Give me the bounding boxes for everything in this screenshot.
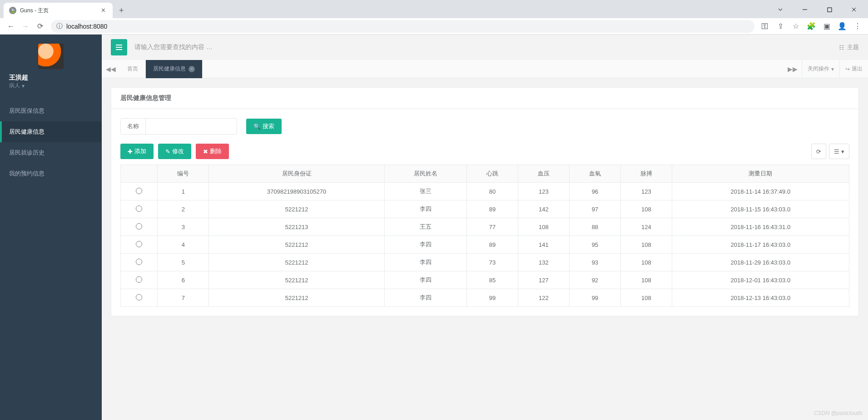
forward-button[interactable]: → bbox=[18, 19, 33, 34]
name-input[interactable] bbox=[146, 120, 237, 134]
tab-close-icon[interactable]: ✕ bbox=[188, 66, 195, 72]
cell-id: 7 bbox=[158, 289, 209, 307]
window-minimize-button[interactable] bbox=[794, 3, 815, 16]
refresh-table-button[interactable]: ⟳ bbox=[811, 144, 826, 159]
cell-name: 李四 bbox=[384, 254, 466, 271]
cell-pulse: 124 bbox=[620, 218, 672, 236]
add-button[interactable]: ✚ 添加 bbox=[120, 144, 154, 159]
reload-button[interactable]: ⟳ bbox=[33, 19, 47, 34]
sidebar-item-0[interactable]: 居民医保信息 bbox=[0, 100, 102, 121]
cell-date: 2018-12-01 16:43:03.0 bbox=[672, 271, 849, 289]
table-row[interactable]: 25221212李四89142971082018-11-15 16:43:03.… bbox=[121, 200, 849, 218]
cell-id: 6 bbox=[158, 271, 209, 289]
row-select-radio[interactable] bbox=[136, 259, 142, 265]
data-table: 编号居民身份证居民姓名心跳血压血氧脉搏测量日期 1370982198903105… bbox=[120, 165, 849, 307]
table-row[interactable]: 35221213王五77108881242018-11-16 16:43:31.… bbox=[121, 218, 849, 236]
global-search-input[interactable]: 请输入您需要查找的内容 … bbox=[134, 43, 832, 51]
tab-scroll-right-icon[interactable]: ▶▶ bbox=[784, 65, 802, 73]
cell-spo2: 97 bbox=[569, 200, 620, 218]
search-button[interactable]: 🔍 搜索 bbox=[246, 119, 282, 134]
cell-date: 2018-11-15 16:43:03.0 bbox=[672, 200, 849, 218]
table-header-7[interactable]: 测量日期 bbox=[672, 165, 849, 183]
edit-button[interactable]: ✎ 修改 bbox=[158, 144, 191, 159]
row-select-radio[interactable] bbox=[136, 294, 142, 300]
window-maximize-button[interactable] bbox=[819, 3, 840, 16]
edit-icon: ✎ bbox=[165, 148, 170, 155]
panel-title: 居民健康信息管理 bbox=[111, 88, 858, 109]
row-select-radio[interactable] bbox=[136, 223, 142, 230]
columns-dropdown-button[interactable]: ☰ ▾ bbox=[829, 144, 849, 159]
share-icon[interactable]: ⇪ bbox=[774, 19, 787, 34]
sidebar-item-2[interactable]: 居民就诊历史 bbox=[0, 142, 102, 163]
row-select-radio[interactable] bbox=[136, 205, 142, 212]
window-close-button[interactable] bbox=[843, 3, 864, 16]
tab-scroll-left-icon[interactable]: ◀◀ bbox=[102, 65, 120, 73]
browser-tab[interactable]: 🍃 Guns - 主页 × bbox=[4, 3, 113, 18]
search-button-label: 搜索 bbox=[263, 122, 274, 130]
cell-heart: 89 bbox=[467, 200, 518, 218]
cell-heart: 85 bbox=[467, 271, 518, 289]
theme-button[interactable]: ☷ 主题 bbox=[839, 43, 859, 51]
cell-date: 2018-12-13 16:43:03.0 bbox=[672, 289, 849, 307]
role-dropdown[interactable]: 病人 ▾ bbox=[9, 82, 93, 90]
delete-button[interactable]: ✖ 删除 bbox=[196, 144, 229, 159]
sidebar-item-3[interactable]: 我的预约信息 bbox=[0, 163, 102, 184]
tab-health-info[interactable]: 居民健康信息 ✕ bbox=[146, 60, 203, 78]
cell-heart: 77 bbox=[467, 218, 518, 236]
cell-id: 5 bbox=[158, 254, 209, 271]
profile-icon[interactable]: 👤 bbox=[835, 19, 849, 34]
chevron-down-icon: ▾ bbox=[831, 66, 834, 72]
row-select-radio[interactable] bbox=[136, 276, 142, 283]
cell-pulse: 108 bbox=[620, 254, 672, 271]
table-header-2[interactable]: 居民姓名 bbox=[384, 165, 466, 183]
tab-home[interactable]: 首页 bbox=[120, 60, 146, 78]
table-row[interactable]: 55221212李四73132931082018-11-29 16:43:03.… bbox=[121, 254, 849, 271]
table-header-0[interactable]: 编号 bbox=[158, 165, 209, 183]
table-header-1[interactable]: 居民身份证 bbox=[209, 165, 384, 183]
close-operations-dropdown[interactable]: 关闭操作 ▾ bbox=[802, 60, 839, 78]
table-header-6[interactable]: 脉搏 bbox=[620, 165, 672, 183]
cell-id: 1 bbox=[158, 183, 209, 200]
table-header-4[interactable]: 血压 bbox=[518, 165, 569, 183]
cell-spo2: 92 bbox=[569, 271, 620, 289]
table-header-3[interactable]: 心跳 bbox=[467, 165, 518, 183]
cell-pulse: 123 bbox=[620, 183, 672, 200]
table-row[interactable]: 45221212李四89141951082018-11-17 16:43:03.… bbox=[121, 236, 849, 254]
table-header-row: 编号居民身份证居民姓名心跳血压血氧脉搏测量日期 bbox=[121, 165, 849, 183]
site-info-icon[interactable]: ⓘ bbox=[56, 22, 63, 30]
cell-name: 李四 bbox=[384, 271, 466, 289]
tab-title: Guns - 主页 bbox=[20, 7, 49, 15]
cell-date: 2018-11-17 16:43:03.0 bbox=[672, 236, 849, 254]
toggle-sidebar-button[interactable] bbox=[111, 39, 127, 55]
cell-name: 张三 bbox=[384, 183, 466, 200]
cell-bp: 132 bbox=[518, 254, 569, 271]
cell-bp: 142 bbox=[518, 200, 569, 218]
password-icon[interactable]: ⚿ bbox=[758, 19, 772, 34]
back-button[interactable]: ← bbox=[4, 19, 18, 34]
logout-button[interactable]: ↪ 退出 bbox=[839, 60, 868, 78]
row-select-radio[interactable] bbox=[136, 241, 142, 247]
table-row[interactable]: 65221212李四85127921082018-12-01 16:43:03.… bbox=[121, 271, 849, 289]
table-row[interactable]: 75221212李四99122991082018-12-13 16:43:03.… bbox=[121, 289, 849, 307]
url-field[interactable]: ⓘ localhost:8080 bbox=[51, 20, 754, 33]
table-header-5[interactable]: 血氧 bbox=[569, 165, 620, 183]
extensions-icon[interactable]: 🧩 bbox=[804, 19, 818, 34]
logout-icon: ↪ bbox=[845, 66, 850, 72]
new-tab-button[interactable]: + bbox=[113, 3, 130, 18]
cell-spo2: 96 bbox=[569, 183, 620, 200]
row-select-radio[interactable] bbox=[136, 188, 142, 194]
sidebar-item-1[interactable]: 居民健康信息 bbox=[0, 121, 102, 142]
avatar bbox=[38, 44, 64, 69]
bookmark-icon[interactable]: ☆ bbox=[789, 19, 803, 34]
cell-spo2: 93 bbox=[569, 254, 620, 271]
add-button-label: 添加 bbox=[134, 147, 146, 155]
cell-id: 2 bbox=[158, 200, 209, 218]
row-select-cell bbox=[121, 254, 158, 271]
tab-close-icon[interactable]: × bbox=[99, 6, 107, 15]
window-dropdown-icon[interactable] bbox=[770, 3, 791, 16]
table-row[interactable]: 1370982198903105270张三80123961232018-11-1… bbox=[121, 183, 849, 200]
cell-bp: 127 bbox=[518, 271, 569, 289]
reading-list-icon[interactable]: ▣ bbox=[820, 19, 833, 34]
cell-date: 2018-11-16 16:43:31.0 bbox=[672, 218, 849, 236]
menu-icon[interactable]: ⋮ bbox=[851, 19, 864, 34]
